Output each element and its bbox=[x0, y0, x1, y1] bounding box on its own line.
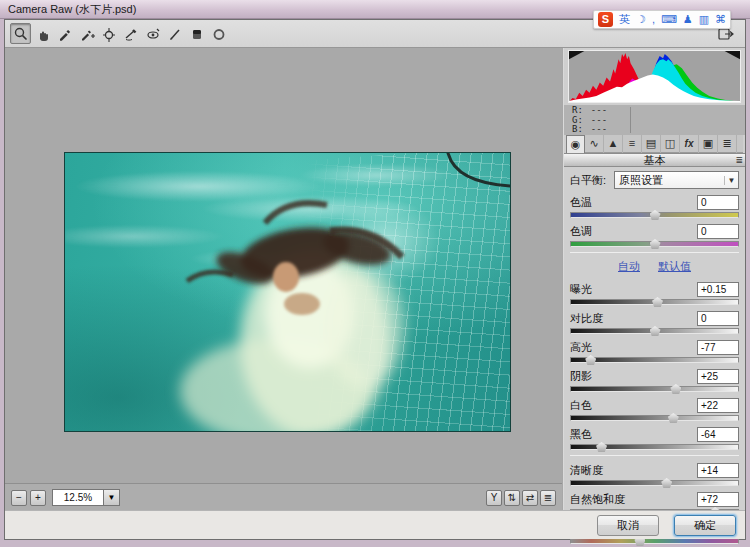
ime-toolbox-icon[interactable]: ▥ bbox=[699, 11, 709, 28]
panel-flyout-menu-icon[interactable]: ≣ bbox=[735, 154, 743, 166]
exposure-thumb[interactable] bbox=[652, 297, 663, 307]
zoom-level-field[interactable]: 12.5% bbox=[52, 489, 104, 506]
blacks-label: 黑色 bbox=[570, 427, 592, 442]
ime-punctuation-icon[interactable]: , bbox=[652, 11, 655, 28]
contrast-track[interactable] bbox=[570, 328, 739, 334]
zoom-out-button[interactable]: − bbox=[11, 490, 27, 506]
slider-shadows: 阴影+25 bbox=[570, 368, 739, 392]
sogou-logo-icon[interactable]: S bbox=[598, 12, 613, 27]
tint-thumb[interactable] bbox=[650, 239, 661, 249]
auto-link[interactable]: 自动 bbox=[618, 259, 640, 274]
white-balance-row: 白平衡: 原照设置 ▼ bbox=[570, 171, 739, 189]
tab-camera-calibration[interactable]: ▣ bbox=[699, 135, 718, 153]
shadows-label: 阴影 bbox=[570, 369, 592, 384]
hand-tool-icon[interactable] bbox=[32, 23, 53, 44]
photo-preview[interactable] bbox=[64, 152, 511, 432]
red-eye-removal-tool-icon[interactable] bbox=[142, 23, 163, 44]
white-balance-tool-icon[interactable] bbox=[54, 23, 75, 44]
blacks-thumb[interactable] bbox=[596, 442, 607, 452]
blacks-value[interactable]: -64 bbox=[697, 427, 739, 442]
histogram-shadow-clip-triangle bbox=[569, 51, 584, 59]
before-after-view-button[interactable]: Y bbox=[486, 490, 502, 506]
rgb-area-divider bbox=[630, 107, 631, 133]
spot-removal-tool-icon[interactable] bbox=[120, 23, 141, 44]
shadows-thumb[interactable] bbox=[670, 384, 681, 394]
clarity-thumb[interactable] bbox=[661, 478, 672, 488]
exposure-label: 曝光 bbox=[570, 282, 592, 297]
temperature-label: 色温 bbox=[570, 195, 592, 210]
histogram[interactable] bbox=[568, 50, 741, 103]
temperature-track[interactable] bbox=[570, 212, 739, 218]
highlights-track[interactable] bbox=[570, 357, 739, 363]
contrast-thumb[interactable] bbox=[650, 326, 661, 336]
tab-split-toning[interactable]: ▤ bbox=[642, 135, 661, 153]
tab-lens-corrections[interactable]: ◫ bbox=[661, 135, 680, 153]
tab-presets[interactable]: ≣ bbox=[718, 135, 737, 153]
shadows-value[interactable]: +25 bbox=[697, 369, 739, 384]
blacks-track[interactable] bbox=[570, 444, 739, 450]
whites-track[interactable] bbox=[570, 415, 739, 421]
camera-raw-dialog: Camera Raw (水下片.psd) bbox=[0, 0, 750, 547]
tint-value[interactable]: 0 bbox=[697, 224, 739, 239]
rgb-readout: R:--- G:--- B:--- bbox=[572, 106, 607, 135]
preview-options-button[interactable]: ≣ bbox=[540, 490, 556, 506]
ime-soft-keyboard-icon[interactable]: ⌨ bbox=[661, 11, 677, 28]
color-sampler-tool-icon[interactable] bbox=[76, 23, 97, 44]
underwater-figure bbox=[65, 153, 511, 432]
whites-value[interactable]: +22 bbox=[697, 398, 739, 413]
ime-settings-wrench-icon[interactable]: ⌘ bbox=[715, 11, 726, 28]
cancel-button[interactable]: 取消 bbox=[597, 515, 659, 536]
zoom-level-dropdown[interactable]: ▼ bbox=[104, 489, 120, 506]
zoom-in-button[interactable]: + bbox=[30, 490, 46, 506]
white-balance-select[interactable]: 原照设置 ▼ bbox=[614, 171, 739, 189]
auto-default-links: 自动 默认值 bbox=[570, 259, 739, 274]
contrast-value[interactable]: 0 bbox=[697, 311, 739, 326]
slider-exposure: 曝光+0.15 bbox=[570, 281, 739, 305]
whites-thumb[interactable] bbox=[668, 413, 679, 423]
preferences-tool-icon[interactable] bbox=[208, 23, 229, 44]
highlights-value[interactable]: -77 bbox=[697, 340, 739, 355]
exposure-track[interactable] bbox=[570, 299, 739, 305]
adjustment-brush-tool-icon[interactable] bbox=[164, 23, 185, 44]
ime-toolbar[interactable]: S 英 ☽ , ⌨ ♟ ▥ ⌘ bbox=[593, 10, 731, 29]
graduated-filter-tool-icon[interactable] bbox=[186, 23, 207, 44]
clarity-value[interactable]: +14 bbox=[697, 463, 739, 478]
shadows-track[interactable] bbox=[570, 386, 739, 392]
highlights-label: 高光 bbox=[570, 340, 592, 355]
tint-label: 色调 bbox=[570, 224, 592, 239]
white-balance-value: 原照设置 bbox=[619, 173, 663, 188]
temperature-thumb[interactable] bbox=[650, 210, 661, 220]
tab-hsl-grayscale[interactable]: ≡ bbox=[623, 135, 642, 153]
dialog-footer: 取消 确定 bbox=[5, 510, 745, 539]
tab-detail[interactable]: ▲ bbox=[604, 135, 623, 153]
default-link[interactable]: 默认值 bbox=[658, 259, 691, 274]
contrast-label: 对比度 bbox=[570, 311, 603, 326]
swap-before-after-button[interactable]: ⇅ bbox=[504, 490, 520, 506]
chevron-down-icon: ▼ bbox=[724, 176, 738, 185]
vibrance-value[interactable]: +72 bbox=[697, 492, 739, 507]
b-label: B: bbox=[572, 125, 583, 135]
panel-tabs: ◉ ∿ ▲ ≡ ▤ ◫ fx ▣ ≣ bbox=[566, 135, 743, 153]
clarity-track[interactable] bbox=[570, 480, 739, 486]
ime-language-icon[interactable]: 英 bbox=[619, 11, 630, 28]
tab-basic[interactable]: ◉ bbox=[566, 135, 585, 153]
ime-fullhalf-moon-icon[interactable]: ☽ bbox=[636, 11, 646, 28]
tool-group bbox=[5, 23, 229, 44]
tab-effects[interactable]: fx bbox=[680, 135, 699, 153]
zoom-tool-icon[interactable] bbox=[10, 23, 31, 44]
slider-clarity: 清晰度+14 bbox=[570, 462, 739, 486]
tab-tone-curve[interactable]: ∿ bbox=[585, 135, 604, 153]
ime-input-mode-icon[interactable]: ♟ bbox=[683, 11, 693, 28]
before-after-controls: Y ⇅ ⇄ ≣ bbox=[486, 490, 556, 506]
temperature-value[interactable]: 0 bbox=[697, 195, 739, 210]
adjustments-panel: R:--- G:--- B:--- ◉ ∿ ▲ ≡ ▤ ◫ fx ▣ ≣ 基本 … bbox=[564, 48, 745, 511]
basic-panel-content: 白平衡: 原照设置 ▼ 色温0 色调0 自动 默认 bbox=[570, 171, 739, 547]
highlights-thumb[interactable] bbox=[585, 355, 596, 365]
ok-button[interactable]: 确定 bbox=[674, 515, 736, 536]
slider-contrast: 对比度0 bbox=[570, 310, 739, 334]
preview-area: − + 12.5% ▼ Y ⇅ ⇄ ≣ bbox=[5, 48, 562, 511]
tint-track[interactable] bbox=[570, 241, 739, 247]
exposure-value[interactable]: +0.15 bbox=[697, 282, 739, 297]
copy-settings-button[interactable]: ⇄ bbox=[522, 490, 538, 506]
targeted-adjustment-tool-icon[interactable] bbox=[98, 23, 119, 44]
